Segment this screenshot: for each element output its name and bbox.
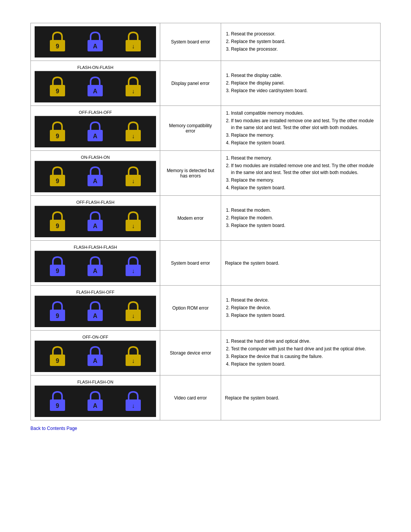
led-cell-row4: ON-FLASH-ON 9 A ↓ [31, 151, 160, 196]
table-row: 9 A ↓ System board errorReseat the proce… [31, 23, 381, 61]
led-icon-1: A [85, 345, 105, 367]
action-cell: Replace the system board. [221, 241, 381, 286]
action-item: Test the computer with just the hard dri… [231, 345, 376, 352]
action-cell: Install compatible memory modules.If two… [221, 106, 381, 151]
svg-text:A: A [93, 178, 98, 184]
action-item: Reseat the hard drive and optical drive. [231, 338, 376, 345]
error-description: Modem error [160, 196, 221, 241]
led-icon-1: A [85, 390, 105, 412]
svg-text:9: 9 [56, 223, 59, 229]
table-row: OFF-FLASH-OFF 9 A ↓ Memory compatibility… [31, 106, 381, 151]
led-label: FLASH-FLASH-ON [35, 379, 156, 386]
svg-text:A: A [93, 403, 98, 409]
action-item: Reseat the device. [231, 297, 376, 304]
led-label: FLASH-ON-FLASH [35, 64, 156, 71]
svg-text:↓: ↓ [132, 403, 135, 409]
action-item: Replace the system board. [231, 312, 376, 319]
error-table: 9 A ↓ System board errorReseat the proce… [30, 23, 381, 420]
led-icon-0: 9 [48, 76, 67, 98]
action-item: Replace the system board. [231, 184, 376, 191]
led-label: FLASH-FLASH-OFF [35, 289, 156, 296]
svg-text:9: 9 [56, 43, 59, 50]
svg-text:A: A [93, 268, 98, 274]
action-item: Replace the system board. [231, 38, 376, 45]
error-description: Display panel error [160, 61, 221, 106]
svg-text:↓: ↓ [132, 43, 135, 50]
error-description: Storage device error [160, 331, 221, 375]
svg-text:9: 9 [56, 358, 59, 364]
led-cell-row7: FLASH-FLASH-OFF 9 A ↓ [31, 286, 160, 331]
led-cell-row2: FLASH-ON-FLASH 9 A ↓ [31, 61, 160, 106]
led-icon-2: ↓ [123, 211, 143, 233]
led-icon-2: ↓ [123, 390, 143, 412]
led-icon-1: A [85, 31, 105, 53]
error-description: System board error [160, 241, 221, 286]
led-icons: 9 A ↓ [35, 341, 156, 372]
led-icon-2: ↓ [123, 121, 143, 143]
action-item: If two modules are installed remove one … [231, 117, 376, 131]
action-item: If two modules are installed remove one … [231, 162, 376, 176]
svg-text:↓: ↓ [132, 268, 135, 274]
svg-text:9: 9 [56, 88, 59, 94]
action-item: Reseat the modem. [231, 207, 376, 214]
action-item: Replace the memory. [231, 132, 376, 139]
action-item: Replace the system board. [231, 222, 376, 229]
action-item: Reseat the processor. [231, 30, 376, 37]
table-row: ON-FLASH-ON 9 A ↓ Memory is detected but… [31, 151, 381, 196]
action-cell: Reseat the memory.If two modules are ins… [221, 151, 381, 196]
action-cell: Reseat the display cable.Replace the dis… [221, 61, 381, 106]
action-cell: Reseat the hard drive and optical drive.… [221, 331, 381, 375]
action-cell: Replace the system board. [221, 375, 381, 420]
led-icons: 9 A ↓ [35, 386, 156, 417]
led-icons: 9 A ↓ [35, 251, 156, 282]
led-label: FLASH-FLASH-FLASH [35, 244, 156, 251]
svg-text:9: 9 [56, 313, 59, 319]
led-label: ON-FLASH-ON [35, 154, 156, 161]
led-icons: 9 A ↓ [35, 71, 156, 102]
error-description: Video card error [160, 375, 221, 420]
action-item: Replace the device that is causing the f… [231, 353, 376, 360]
led-icon-2: ↓ [123, 300, 143, 323]
led-cell-row1: 9 A ↓ [31, 23, 160, 61]
back-to-contents-link[interactable]: Back to Contents Page [30, 426, 381, 431]
led-icon-1: A [85, 76, 105, 98]
svg-text:A: A [93, 43, 98, 50]
led-icons: 9 A ↓ [35, 26, 156, 58]
led-cell-row9: FLASH-FLASH-ON 9 A ↓ [31, 375, 160, 420]
action-item: Replace the video card/system board. [231, 87, 376, 94]
svg-text:↓: ↓ [132, 178, 135, 184]
svg-text:9: 9 [56, 268, 59, 274]
table-row: OFF-ON-OFF 9 A ↓ Storage device errorRes… [31, 331, 381, 375]
svg-text:A: A [93, 223, 98, 229]
led-icon-0: 9 [48, 211, 67, 233]
led-cell-row6: FLASH-FLASH-FLASH 9 A ↓ [31, 241, 160, 286]
table-row: FLASH-FLASH-FLASH 9 A ↓ System board err… [31, 241, 381, 286]
error-description: Memory is detected but has errors [160, 151, 221, 196]
table-row: FLASH-ON-FLASH 9 A ↓ Display panel error… [31, 61, 381, 106]
svg-text:A: A [93, 133, 98, 139]
action-item: Reseat the display cable. [231, 72, 376, 79]
led-label: OFF-FLASH-FLASH [35, 199, 156, 206]
led-icon-0: 9 [48, 166, 67, 188]
action-item: Replace the device. [231, 304, 376, 311]
table-row: FLASH-FLASH-ON 9 A ↓ Video card errorRep… [31, 375, 381, 420]
action-item: Replace the system board. [231, 361, 376, 367]
svg-text:A: A [93, 358, 98, 364]
led-icon-1: A [85, 211, 105, 233]
led-icon-1: A [85, 166, 105, 188]
table-row: OFF-FLASH-FLASH 9 A ↓ Modem errorReseat … [31, 196, 381, 241]
action-item: Replace the processor. [231, 46, 376, 53]
svg-text:↓: ↓ [132, 223, 135, 229]
action-item: Replace the modem. [231, 214, 376, 221]
led-icon-0: 9 [48, 300, 67, 323]
led-icon-2: ↓ [123, 76, 143, 98]
action-cell: Reseat the modem.Replace the modem.Repla… [221, 196, 381, 241]
led-label: OFF-FLASH-OFF [35, 109, 156, 116]
action-cell: Reseat the processor.Replace the system … [221, 23, 381, 61]
led-icons: 9 A ↓ [35, 116, 156, 147]
led-icon-2: ↓ [123, 166, 143, 188]
svg-text:↓: ↓ [132, 88, 135, 94]
led-icon-2: ↓ [123, 256, 143, 278]
led-icon-2: ↓ [123, 31, 143, 53]
svg-text:A: A [93, 88, 98, 94]
